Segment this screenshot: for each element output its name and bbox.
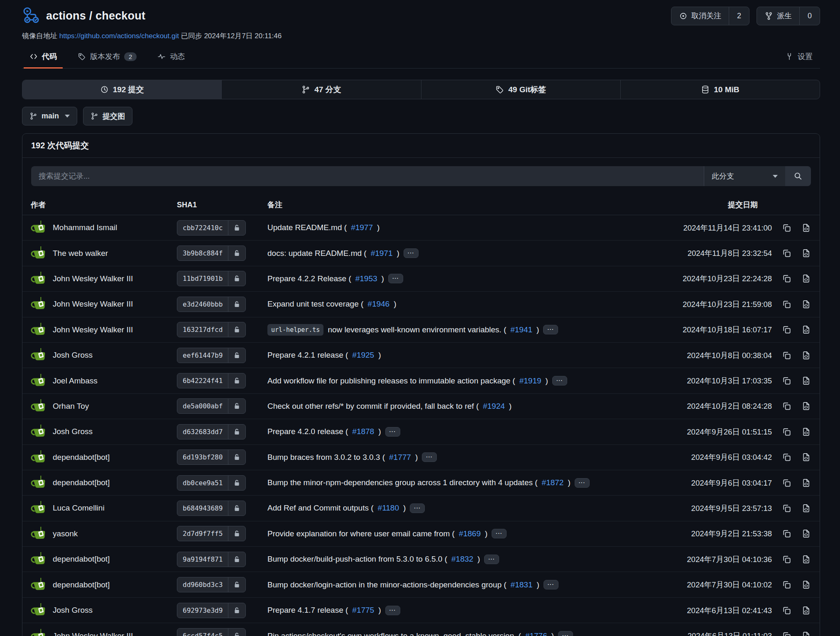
browse-source-button[interactable] (801, 427, 811, 437)
commit-sha-chip[interactable]: e3d2460bbb (177, 297, 246, 312)
browse-source-button[interactable] (801, 223, 811, 233)
expand-message-button[interactable]: ··· (552, 376, 567, 386)
expand-message-button[interactable]: ··· (422, 452, 437, 462)
expand-message-button[interactable]: ··· (492, 529, 507, 538)
commit-pr-link[interactable]: #1872 (542, 478, 564, 487)
browse-source-button[interactable] (801, 478, 811, 488)
commit-sha-chip[interactable]: 6b42224f41 (177, 373, 246, 388)
commit-sha-chip[interactable]: 163217dfcd (177, 322, 246, 337)
commit-pr-link[interactable]: #1878 (352, 427, 374, 436)
stat-branches[interactable]: 47 分支 (221, 80, 421, 99)
copy-sha-button[interactable] (782, 376, 791, 386)
commit-pr-link[interactable]: #1946 (367, 300, 389, 309)
expand-message-button[interactable]: ··· (484, 555, 499, 564)
commit-pr-link[interactable]: #1971 (371, 249, 393, 258)
search-button[interactable] (785, 166, 811, 186)
branch-filter-dropdown[interactable]: 此分支 (704, 166, 785, 186)
tab-code[interactable]: 代码 (24, 47, 63, 68)
commit-pr-link[interactable]: #1977 (351, 223, 373, 232)
commit-sha-chip[interactable]: d632683dd7 (177, 424, 246, 440)
commit-message-text[interactable]: Expand unit test coverage ( (267, 300, 363, 309)
tab-activity[interactable]: 动态 (152, 47, 191, 68)
browse-source-button[interactable] (801, 351, 811, 360)
commit-message-text[interactable]: Provide explanation for where user email… (267, 529, 455, 538)
forks-count[interactable]: 0 (799, 7, 820, 25)
browse-source-button[interactable] (801, 555, 811, 564)
stat-commits[interactable]: 192 提交 (22, 80, 221, 99)
commit-sha-chip[interactable]: 6ccd57f4c5 (177, 628, 246, 636)
commit-pr-link[interactable]: #1777 (389, 453, 411, 462)
commit-author-name[interactable]: Mohammad Ismail (53, 223, 117, 232)
repo-title[interactable]: actions / checkout (46, 10, 145, 22)
commit-message-text[interactable]: Check out other refs/* by commit if prov… (267, 402, 479, 411)
tab-releases[interactable]: 版本发布 2 (72, 47, 142, 68)
branch-selector[interactable]: main (22, 107, 77, 125)
commit-author-name[interactable]: dependabot[bot] (53, 555, 110, 564)
commit-sha-chip[interactable]: 9a9194f871 (177, 552, 246, 567)
commit-message-text[interactable]: Bump docker/login-action in the minor-ac… (267, 580, 507, 589)
commit-author-name[interactable]: John Wesley Walker III (53, 325, 133, 334)
stat-tags[interactable]: 49 Git标签 (421, 80, 620, 99)
commit-sha-chip[interactable]: de5a000abf (177, 398, 246, 414)
commit-pr-link[interactable]: #1832 (451, 555, 473, 564)
watchers-count[interactable]: 2 (729, 7, 749, 25)
expand-message-button[interactable]: ··· (388, 274, 403, 283)
browse-source-button[interactable] (801, 631, 811, 636)
expand-message-button[interactable]: ··· (385, 427, 400, 437)
commit-sha-chip[interactable]: b684943689 (177, 501, 246, 516)
commit-message-text[interactable]: Prepare 4.2.2 Release ( (267, 274, 351, 283)
commit-pr-link[interactable]: #1919 (519, 376, 541, 386)
commit-message-text[interactable]: Add Ref and Commit outputs ( (267, 503, 374, 513)
commit-sha-chip[interactable]: 692973e3d9 (177, 603, 246, 618)
fork-button[interactable]: 派生 (757, 7, 799, 25)
commit-pr-link[interactable]: #1869 (459, 529, 481, 538)
mirror-url-link[interactable]: https://github.com/actions/checkout.git (59, 32, 179, 40)
copy-sha-button[interactable] (782, 248, 791, 258)
copy-sha-button[interactable] (782, 580, 791, 589)
commit-author-name[interactable]: Joel Ambass (53, 376, 98, 386)
commit-author-name[interactable]: John Wesley Walker III (53, 274, 133, 283)
copy-sha-button[interactable] (782, 606, 791, 615)
commit-sha-chip[interactable]: dd960bd3c3 (177, 577, 246, 592)
commit-message-text[interactable]: docs: update README.md ( (267, 249, 367, 258)
commit-message-text[interactable]: Bump docker/build-push-action from 5.3.0… (267, 555, 447, 564)
copy-sha-button[interactable] (782, 223, 791, 233)
expand-message-button[interactable]: ··· (404, 248, 419, 258)
commit-pr-link[interactable]: #1776 (525, 631, 547, 636)
commit-message-text[interactable]: Prepare 4.2.1 release ( (267, 351, 348, 360)
copy-sha-button[interactable] (782, 452, 791, 462)
copy-sha-button[interactable] (782, 503, 791, 513)
browse-source-button[interactable] (801, 376, 811, 386)
expand-message-button[interactable]: ··· (544, 580, 558, 589)
copy-sha-button[interactable] (782, 478, 791, 488)
browse-source-button[interactable] (801, 274, 811, 283)
commit-sha-chip[interactable]: cbb722410c (177, 220, 246, 236)
commit-author-name[interactable]: John Wesley Walker III (53, 300, 133, 309)
commit-author-name[interactable]: dependabot[bot] (53, 478, 110, 487)
commit-message-text[interactable]: Update README.md ( (267, 223, 347, 232)
commit-author-name[interactable]: John Wesley Walker III (53, 631, 133, 636)
commit-author-name[interactable]: Josh Gross (53, 351, 93, 360)
commit-author-name[interactable]: dependabot[bot] (53, 453, 110, 462)
commit-pr-link[interactable]: #1924 (483, 402, 505, 411)
commit-author-name[interactable]: Orhan Toy (53, 402, 89, 411)
commit-sha-chip[interactable]: eef61447b9 (177, 348, 246, 363)
commit-author-name[interactable]: The web walker (53, 249, 108, 258)
browse-source-button[interactable] (801, 529, 811, 538)
browse-source-button[interactable] (801, 606, 811, 615)
expand-message-button[interactable]: ··· (543, 325, 558, 334)
copy-sha-button[interactable] (782, 300, 791, 309)
copy-sha-button[interactable] (782, 529, 791, 538)
copy-sha-button[interactable] (782, 555, 791, 564)
commit-author-name[interactable]: Josh Gross (53, 606, 93, 615)
commit-message-text[interactable]: now leverages well-known environment var… (328, 325, 506, 334)
unwatch-button[interactable]: 取消关注 (671, 7, 729, 25)
commit-sha-chip[interactable]: 6d193bf280 (177, 449, 246, 465)
browse-source-button[interactable] (801, 300, 811, 309)
commit-message-text[interactable]: Add workflow file for publishing release… (267, 376, 515, 386)
tab-settings[interactable]: 设置 (779, 47, 818, 68)
copy-sha-button[interactable] (782, 631, 791, 636)
commit-graph-button[interactable]: 提交图 (83, 107, 132, 125)
commit-pr-link[interactable]: #1775 (352, 606, 374, 615)
commit-pr-link[interactable]: #1831 (511, 580, 533, 589)
